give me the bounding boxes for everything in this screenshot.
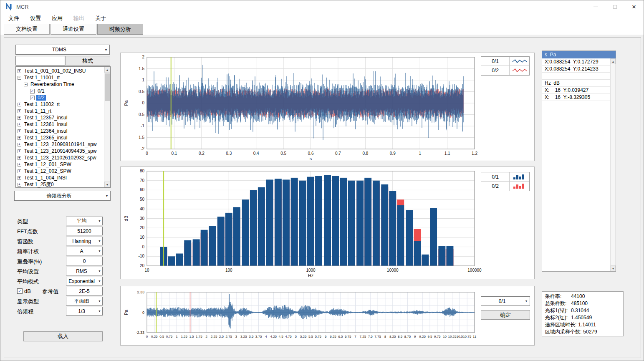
tab-time-frequency-analysis[interactable]: 时频分析: [97, 24, 143, 35]
legend-item[interactable]: 0/2: [481, 66, 529, 75]
form-input[interactable]: 2E-5: [66, 287, 103, 295]
tree-item[interactable]: +Test 1_12_001_SPW: [16, 161, 104, 168]
tree-item[interactable]: +Test 1_11_rt: [16, 108, 104, 114]
overview-waveform-plot[interactable]: 00.250.50.7511.251.51.7522.252.52.7533.2…: [121, 286, 534, 345]
minimize-button[interactable]: [586, 0, 605, 13]
menu-apply[interactable]: 应用: [46, 13, 68, 23]
tree-item[interactable]: ✓0/2: [16, 94, 104, 101]
form-select[interactable]: 平面图▼: [66, 297, 103, 305]
tree-item[interactable]: +Test 1_11002_rt: [16, 101, 104, 108]
form-select[interactable]: Hanning▼: [66, 237, 103, 245]
svg-text:Pa: Pa: [124, 309, 129, 315]
time-waveform-plot[interactable]: 00.10.20.30.40.50.60.70.80.911.11.221.51…: [121, 53, 534, 161]
svg-text:0: 0: [146, 151, 148, 156]
expand-icon[interactable]: +: [18, 109, 21, 113]
tree-item-label: 0/2: [36, 95, 46, 101]
expand-icon[interactable]: +: [18, 176, 21, 180]
tree-scrollbar[interactable]: ▲ ▼: [104, 67, 110, 187]
tree-item[interactable]: +Test 1_1_004_INSI: [16, 174, 104, 181]
svg-text:7.25: 7.25: [360, 335, 366, 338]
channel-select[interactable]: 0/1 ▼: [481, 296, 530, 306]
file-format-select[interactable]: TDMS ▼: [15, 45, 110, 55]
tree-item[interactable]: +Test 1_25度0: [16, 181, 104, 187]
analysis-type-select[interactable]: 倍频程分析 ▼: [14, 191, 111, 201]
octave-spectrum-plot[interactable]: 10100100010000100000-20-1001020304050607…: [121, 167, 534, 279]
form-input[interactable]: 51200: [66, 227, 103, 235]
tree-item[interactable]: +Test 1_12_002_SPW: [16, 168, 104, 174]
legend-item[interactable]: 0/2: [481, 182, 529, 191]
legend-item[interactable]: 0/1: [481, 172, 529, 182]
scroll-up-icon[interactable]: ▲: [104, 67, 110, 73]
close-button[interactable]: ✕: [624, 0, 644, 13]
tree-item[interactable]: −Test 1_11001_rt: [16, 74, 104, 81]
tree-item[interactable]: −Reverberation Time: [16, 81, 104, 88]
tree-item[interactable]: +Test 1_123_211026102932_spw: [16, 154, 104, 161]
menu-about[interactable]: 关于: [90, 13, 111, 23]
tree-item-checkbox[interactable]: ✓: [30, 96, 35, 100]
collapse-icon[interactable]: −: [18, 76, 21, 80]
tree-item[interactable]: +Test 1_12364_insul: [16, 128, 104, 134]
collapse-icon[interactable]: −: [24, 83, 28, 86]
form-select[interactable]: Exponential▼: [66, 277, 103, 285]
maximize-button[interactable]: [605, 0, 624, 13]
form-select[interactable]: RMS▼: [66, 267, 103, 275]
svg-text:10: 10: [144, 268, 149, 273]
form-select[interactable]: A▼: [66, 247, 103, 255]
menu-settings[interactable]: 设置: [25, 13, 46, 23]
overview-waveform-svg: 00.250.50.7511.251.51.7522.252.52.7533.2…: [121, 286, 534, 345]
svg-text:0: 0: [142, 311, 144, 315]
expand-icon[interactable]: +: [18, 103, 21, 106]
load-button[interactable]: 载入: [23, 331, 103, 341]
confirm-button[interactable]: 确定: [481, 310, 530, 320]
format-button[interactable]: 格式: [65, 56, 110, 66]
form-input[interactable]: 0: [66, 257, 103, 265]
form-select[interactable]: 平均▼: [66, 217, 103, 225]
expand-icon[interactable]: +: [18, 116, 21, 120]
legend-item[interactable]: 0/1: [481, 57, 529, 66]
info-value: 44100: [571, 293, 585, 299]
svg-text:10.75: 10.75: [463, 335, 472, 338]
db-checkbox[interactable]: ✓: [17, 288, 23, 294]
chevron-down-icon: ▼: [97, 310, 102, 313]
tree-item[interactable]: +Test 1_12361_insul: [16, 121, 104, 128]
svg-text:8.75: 8.75: [404, 335, 411, 338]
svg-text:50: 50: [140, 197, 145, 202]
form-select[interactable]: 1/3▼: [66, 307, 103, 316]
expand-icon[interactable]: +: [18, 69, 21, 73]
info-row: 光标1(绿):0.31044: [542, 307, 623, 314]
expand-icon[interactable]: +: [18, 169, 21, 173]
tree-item[interactable]: +Test 1_123_210908101941_spw: [16, 141, 104, 148]
svg-text:1: 1: [142, 78, 144, 82]
scroll-down-icon[interactable]: ▼: [104, 182, 110, 187]
menubar: 文件 设置 应用 输出 关于: [0, 13, 644, 24]
readout-scrollbar[interactable]: ▲ ▼: [610, 58, 616, 271]
filter-input[interactable]: [15, 56, 65, 66]
expand-icon[interactable]: +: [18, 136, 21, 140]
tree-item[interactable]: +Test 1_12357_insul: [16, 114, 104, 121]
tree-item[interactable]: +Test 1_001_001_002_INSU: [16, 68, 104, 74]
svg-text:2: 2: [205, 335, 207, 338]
menu-file[interactable]: 文件: [3, 13, 25, 23]
scrollbar-thumb[interactable]: [105, 73, 110, 101]
tab-document-settings[interactable]: 文档设置: [4, 24, 50, 35]
tree-item[interactable]: ✓0/1: [16, 88, 104, 94]
tree-item[interactable]: +Test 1_123_210914094435_spw: [16, 148, 104, 154]
info-row: 总采样数:485100: [542, 300, 623, 307]
expand-icon[interactable]: +: [18, 129, 21, 133]
expand-icon[interactable]: +: [18, 183, 21, 187]
expand-icon[interactable]: +: [18, 143, 21, 146]
scroll-down-icon[interactable]: ▼: [611, 265, 616, 271]
tab-channel-settings[interactable]: 通道设置: [51, 24, 96, 35]
expand-icon[interactable]: +: [18, 149, 21, 153]
svg-text:100000: 100000: [467, 268, 482, 273]
expand-icon[interactable]: +: [18, 163, 21, 167]
expand-icon[interactable]: +: [18, 123, 21, 126]
readout-header[interactable]: s Pa: [542, 51, 616, 58]
scroll-up-icon[interactable]: ▲: [611, 58, 616, 64]
svg-text:1: 1: [176, 335, 178, 338]
info-label: 总采样数:: [545, 300, 569, 307]
info-value: 0.31044: [571, 308, 589, 313]
expand-icon[interactable]: +: [18, 156, 21, 160]
tree-item-checkbox[interactable]: ✓: [30, 89, 35, 93]
tree-item[interactable]: +Test 1_12365_insul: [16, 134, 104, 141]
